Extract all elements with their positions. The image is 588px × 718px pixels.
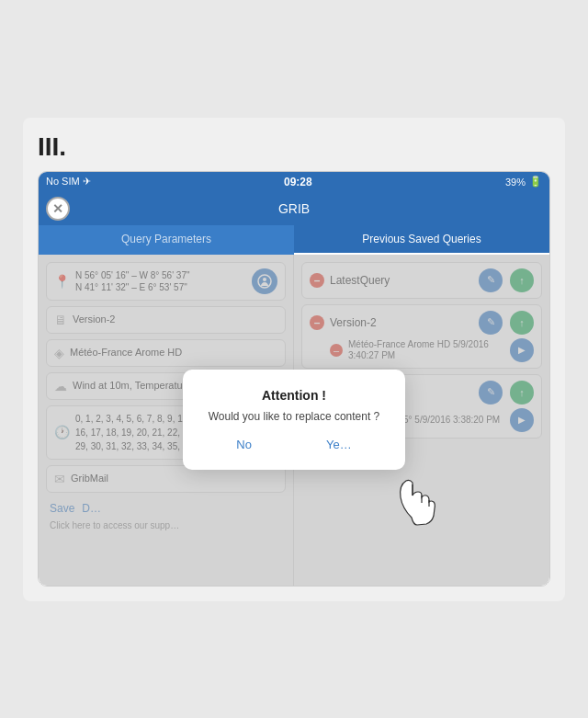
status-bar-time: 09:28 — [284, 176, 312, 188]
cursor-pointer — [393, 472, 439, 530]
modal-buttons: No Ye… — [209, 438, 380, 451]
content-area: 📍 N 56° 05' 16" – W 8° 56' 37"N 41° 11' … — [39, 255, 549, 586]
tab-query-parameters[interactable]: Query Parameters — [39, 225, 294, 255]
nav-bar: ✕ GRIB — [39, 192, 549, 225]
modal-message: Would you like to replace content ? — [209, 410, 380, 423]
modal-no-button[interactable]: No — [236, 438, 252, 451]
modal-title: Attention ! — [209, 388, 380, 403]
tab-previous-saved-queries[interactable]: Previous Saved Queries — [294, 225, 549, 255]
modal-yes-button[interactable]: Ye… — [326, 438, 352, 451]
outer-frame: III. No SIM ✈ 09:28 39% 🔋 ✕ GRIB Query P… — [23, 118, 565, 601]
tab-bar: Query Parameters Previous Saved Queries — [39, 225, 549, 255]
status-bar-left: No SIM ✈ — [46, 176, 91, 188]
modal-overlay: Attention ! Would you like to replace co… — [39, 255, 549, 586]
sim-status: No SIM ✈ — [46, 176, 91, 188]
nav-title: GRIB — [46, 201, 542, 216]
battery-icon: 🔋 — [529, 176, 542, 188]
chapter-label: III. — [38, 132, 550, 162]
status-bar: No SIM ✈ 09:28 39% 🔋 — [39, 172, 549, 192]
device-frame: No SIM ✈ 09:28 39% 🔋 ✕ GRIB Query Parame… — [38, 171, 550, 587]
modal-dialog: Attention ! Would you like to replace co… — [183, 370, 406, 470]
battery-level: 39% — [505, 177, 526, 188]
status-bar-right: 39% 🔋 — [505, 176, 542, 188]
